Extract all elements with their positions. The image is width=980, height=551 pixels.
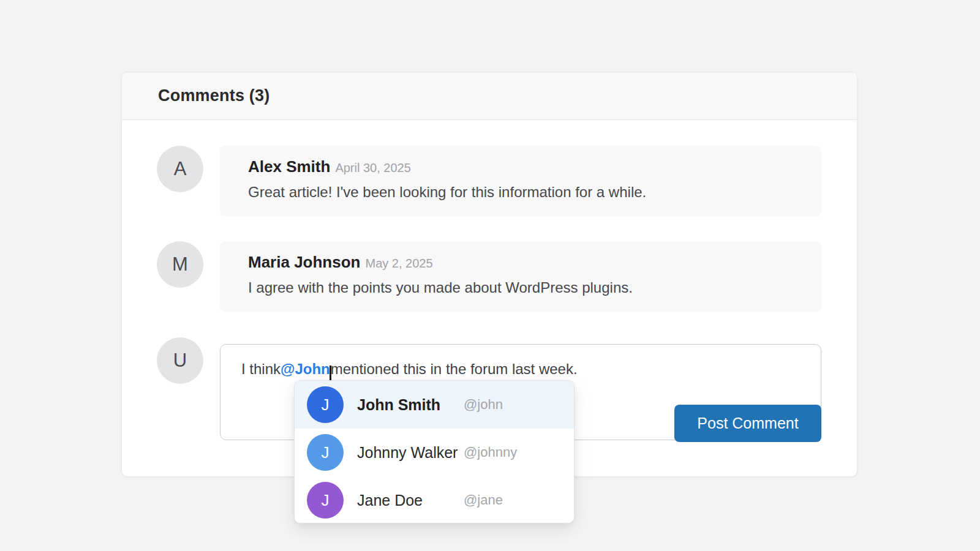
comments-panel-header: Comments (3) [122,72,857,120]
commenter-avatar: A [157,146,203,192]
user-avatar: J [307,482,344,519]
comment-bubble: Maria Johnson May 2, 2025 I agree with t… [220,241,821,312]
commenter-avatar: M [157,241,203,288]
mention-token: @John [281,361,330,377]
user-handle: @john [464,397,503,413]
user-avatar: J [307,434,344,471]
user-name: John Smith [357,396,440,414]
comment-date: May 2, 2025 [365,257,432,271]
comment-text: Great article! I've been looking for thi… [248,182,807,203]
user-handle: @jane [464,492,503,508]
user-name: Jane Doe [357,492,423,509]
comment-bubble: Alex Smith April 30, 2025 Great article!… [220,146,821,216]
comment-text: I agree with the points you made about W… [248,277,807,298]
mention-option-john[interactable]: J John Smith @john [295,381,574,429]
mention-option-johnny[interactable]: J Johnny Walker @johnny [295,429,574,476]
comment-item: A Alex Smith April 30, 2025 Great articl… [157,146,821,216]
comment-item: M Maria Johnson May 2, 2025 I agree with… [157,241,821,312]
commenter-name: Alex Smith [248,157,330,176]
comment-input-text: I think [241,361,281,377]
panel-title: Comments (3) [158,86,270,105]
mention-autocomplete-dropdown: J John Smith @john J Johnny Walker @john… [294,380,575,523]
comment-date: April 30, 2025 [335,161,410,175]
commenter-name: Maria Johnson [248,253,360,272]
current-user-avatar: U [157,337,203,384]
user-name: Johnny Walker [357,444,458,462]
user-avatar: J [307,386,344,423]
user-handle: @johnny [464,444,517,460]
comment-input-text: mentioned this in the forum last week. [331,361,578,377]
post-comment-button[interactable]: Post Comment [674,405,821,442]
mention-option-jane[interactable]: J Jane Doe @jane [295,476,574,523]
